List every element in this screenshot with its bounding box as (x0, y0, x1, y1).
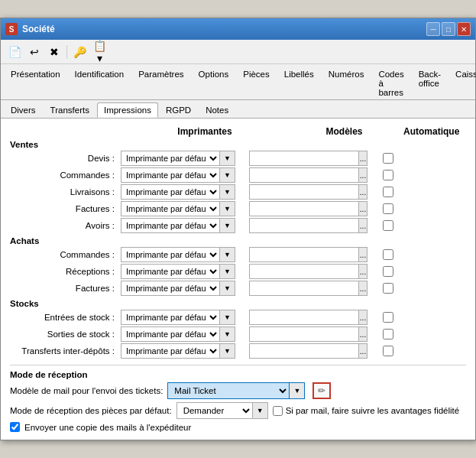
auto-entrees-stock-checkbox[interactable] (383, 312, 393, 323)
model-entrees-stock-input[interactable] (249, 310, 359, 325)
tab-identification[interactable]: Identification (68, 67, 131, 99)
printer-transferts-select[interactable]: Imprimante par défaut (121, 343, 220, 359)
mail-ticket-dropdown-arrow[interactable]: ▼ (290, 382, 305, 399)
tab-notes[interactable]: Notes (199, 102, 235, 118)
toolbar-menu-button[interactable]: 📋▾ (90, 43, 108, 61)
model-devis-input[interactable] (249, 151, 359, 166)
model-receptions-dots[interactable]: ... (359, 264, 368, 279)
model-commandes-achats-dots[interactable]: ... (359, 247, 368, 262)
tabs-row2: Divers Transferts Impressions RGPD Notes (1, 100, 475, 119)
tab-pieces[interactable]: Pièces (236, 67, 277, 99)
printer-avoirs-select[interactable]: Imprimante par défaut (121, 218, 220, 233)
printer-factures-ventes-arrow[interactable]: ▼ (220, 201, 235, 216)
toolbar-new-button[interactable]: 📄 (5, 43, 24, 61)
model-factures-ventes-wrapper: ... (249, 201, 368, 216)
printer-livraisons-select[interactable]: Imprimante par défaut (121, 184, 220, 200)
model-factures-achats-input[interactable] (249, 281, 359, 296)
printer-commandes-ventes-arrow[interactable]: ▼ (220, 167, 235, 183)
tab-backoffice[interactable]: Back-office (412, 67, 448, 99)
maximize-button[interactable]: □ (442, 22, 455, 36)
content-area: Imprimantes Modèles Automatique Ventes D… (1, 119, 475, 440)
tab-rgpd[interactable]: RGPD (159, 102, 198, 118)
mail-ticket-select[interactable]: Mail Ticket (167, 382, 290, 399)
model-livraisons-input[interactable] (249, 184, 359, 200)
printer-factures-ventes-wrapper: Imprimante par défaut ▼ (121, 201, 243, 216)
auto-receptions-checkbox[interactable] (383, 266, 393, 277)
close-button[interactable]: ✕ (457, 22, 471, 36)
auto-sorties-stock-checkbox[interactable] (383, 329, 393, 339)
tab-caisse[interactable]: Caisse (448, 67, 476, 99)
model-devis-dots[interactable]: ... (359, 151, 368, 166)
row-livraisons: Livraisons : Imprimante par défaut ▼ ... (10, 184, 466, 200)
printer-transferts-arrow[interactable]: ▼ (220, 343, 235, 359)
label-factures-ventes: Factures : (10, 204, 121, 213)
model-receptions-input[interactable] (249, 264, 359, 279)
auto-devis-checkbox[interactable] (383, 153, 393, 164)
default-reception-arrow[interactable]: ▼ (253, 402, 268, 419)
section-achats: Achats (10, 236, 466, 245)
tab-transferts[interactable]: Transferts (44, 102, 96, 118)
printer-commandes-achats-arrow[interactable]: ▼ (220, 247, 235, 262)
model-sorties-stock-dots[interactable]: ... (359, 326, 368, 342)
tab-impressions[interactable]: Impressions (97, 102, 158, 118)
title-bar: S Société ─ □ ✕ (1, 18, 475, 40)
printer-livraisons-arrow[interactable]: ▼ (220, 184, 235, 200)
mail-select-wrapper: Mail Ticket ▼ (167, 382, 305, 399)
printer-receptions-wrapper: Imprimante par défaut ▼ (121, 264, 243, 279)
minimize-button[interactable]: ─ (426, 22, 440, 36)
tab-parametres[interactable]: Paramètres (131, 67, 190, 99)
printer-receptions-select[interactable]: Imprimante par défaut (121, 264, 220, 279)
printer-receptions-arrow[interactable]: ▼ (220, 264, 235, 279)
model-commandes-ventes-dots[interactable]: ... (359, 167, 368, 183)
auto-factures-ventes-checkbox[interactable] (383, 203, 393, 214)
tab-numeros[interactable]: Numéros (322, 67, 371, 99)
printer-devis-select[interactable]: Imprimante par défaut (121, 151, 220, 166)
title-buttons: ─ □ ✕ (426, 22, 471, 36)
printer-factures-achats-arrow[interactable]: ▼ (220, 281, 235, 296)
printer-factures-achats-select[interactable]: Imprimante par défaut (121, 281, 220, 296)
model-commandes-ventes-input[interactable] (249, 167, 359, 183)
model-sorties-stock-input[interactable] (249, 326, 359, 342)
default-reception-select[interactable]: Demander (176, 402, 253, 419)
printer-commandes-achats-select[interactable]: Imprimante par défaut (121, 247, 220, 262)
toolbar-key-button[interactable]: 🔑 (70, 43, 89, 61)
model-entrees-stock-dots[interactable]: ... (359, 310, 368, 325)
auto-commandes-achats-checkbox[interactable] (383, 249, 393, 260)
toolbar-undo-button[interactable]: ↩ (25, 43, 44, 61)
model-factures-achats-dots[interactable]: ... (359, 281, 368, 296)
model-transferts-input[interactable] (249, 343, 359, 359)
tab-libelles[interactable]: Libellés (277, 67, 321, 99)
app-icon: S (5, 23, 18, 35)
printer-entrees-stock-select[interactable]: Imprimante par défaut (121, 310, 220, 325)
model-livraisons-dots[interactable]: ... (359, 184, 368, 200)
printer-avoirs-arrow[interactable]: ▼ (220, 218, 235, 233)
tab-options[interactable]: Options (192, 67, 236, 99)
tabs-row1: Présentation Identification Paramètres O… (1, 64, 475, 100)
copy-checkbox[interactable] (10, 422, 20, 432)
printer-devis-arrow[interactable]: ▼ (220, 151, 235, 166)
model-transferts-dots[interactable]: ... (359, 343, 368, 359)
auto-transferts-checkbox[interactable] (383, 346, 393, 356)
auto-livraisons-checkbox[interactable] (383, 187, 393, 197)
row-commandes-ventes: Commandes : Imprimante par défaut ▼ ... (10, 167, 466, 183)
model-commandes-achats-input[interactable] (249, 247, 359, 262)
mail-row: Modèle de mail pour l'envoi des tickets:… (10, 382, 466, 399)
auto-factures-achats-checkbox[interactable] (383, 283, 393, 294)
fidelite-checkbox[interactable] (273, 406, 283, 416)
toolbar-delete-button[interactable]: ✖ (45, 43, 63, 61)
model-avoirs-dots[interactable]: ... (359, 218, 368, 233)
printer-factures-ventes-select[interactable]: Imprimante par défaut (121, 201, 220, 216)
tab-presentation[interactable]: Présentation (4, 67, 67, 99)
auto-commandes-ventes-checkbox[interactable] (383, 170, 393, 180)
model-factures-ventes-input[interactable] (249, 201, 359, 216)
printer-entrees-stock-arrow[interactable]: ▼ (220, 310, 235, 325)
mail-ticket-edit-button[interactable]: ✏ (312, 382, 331, 399)
tab-codes-barres[interactable]: Codes à barres (371, 67, 410, 99)
auto-avoirs-checkbox[interactable] (383, 220, 393, 231)
tab-divers[interactable]: Divers (4, 102, 43, 118)
model-factures-ventes-dots[interactable]: ... (359, 201, 368, 216)
model-avoirs-input[interactable] (249, 218, 359, 233)
printer-sorties-stock-select[interactable]: Imprimante par défaut (121, 326, 220, 342)
printer-sorties-stock-arrow[interactable]: ▼ (220, 326, 235, 342)
printer-commandes-ventes-select[interactable]: Imprimante par défaut (121, 167, 220, 183)
